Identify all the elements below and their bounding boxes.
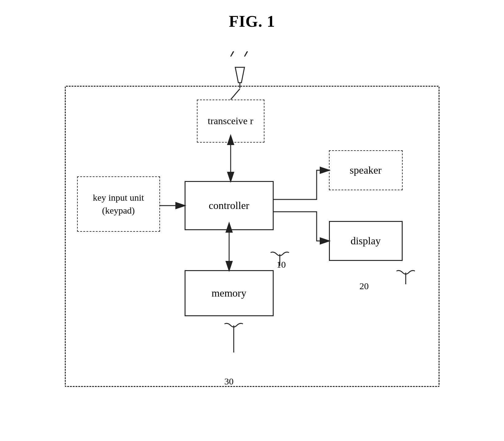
antenna-group bbox=[221, 49, 252, 86]
speaker-label: speaker bbox=[350, 164, 382, 176]
diagram-container: transceive r controller key input unit(k… bbox=[53, 49, 452, 418]
ref30-squiggle bbox=[221, 322, 246, 353]
keyinput-box: key input unit(keypad) bbox=[77, 176, 160, 232]
controller-label: controller bbox=[209, 200, 249, 211]
display-label: display bbox=[350, 235, 381, 247]
keyinput-label: key input unit(keypad) bbox=[93, 191, 144, 217]
display-box: display bbox=[329, 221, 403, 261]
ref30-label: 30 bbox=[225, 376, 234, 387]
transceiver-label: transceive r bbox=[208, 115, 253, 128]
ref10-label: 10 bbox=[277, 259, 286, 270]
svg-marker-0 bbox=[235, 67, 244, 83]
page-title: FIG. 1 bbox=[229, 12, 275, 30]
ref20-label: 20 bbox=[360, 281, 369, 291]
transceiver-box: transceive r bbox=[197, 100, 264, 143]
controller-box: controller bbox=[185, 181, 274, 230]
speaker-box: speaker bbox=[329, 150, 403, 190]
ref20-squiggle bbox=[393, 270, 418, 285]
memory-box: memory bbox=[185, 270, 274, 316]
memory-label: memory bbox=[212, 287, 246, 299]
